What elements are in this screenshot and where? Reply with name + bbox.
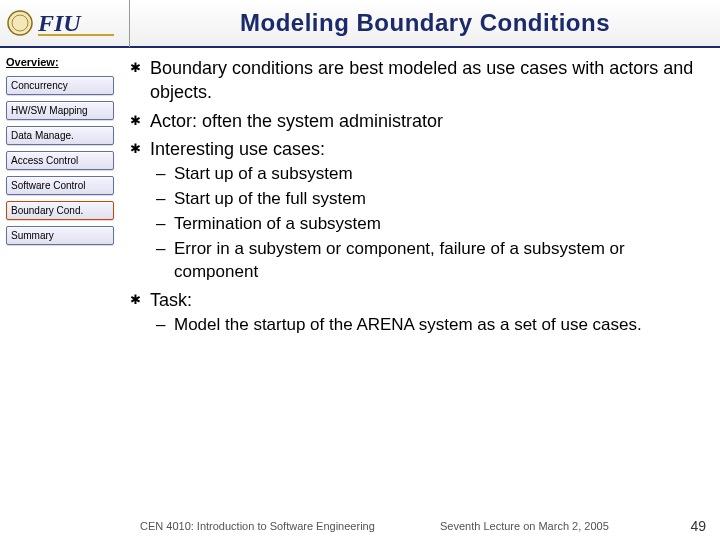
- bullet-item: Actor: often the system administrator: [128, 109, 700, 133]
- sidebar-item[interactable]: HW/SW Mapping: [6, 101, 114, 120]
- svg-text:FIU: FIU: [37, 10, 82, 36]
- sub-item: Start up of the full system: [150, 188, 700, 211]
- university-seal-icon: [6, 9, 34, 37]
- page-title: Modeling Boundary Conditions: [130, 9, 720, 37]
- sidebar-item[interactable]: Access Control: [6, 151, 114, 170]
- slide-header: FIU Modeling Boundary Conditions: [0, 0, 720, 48]
- sidebar-item[interactable]: Software Control: [6, 176, 114, 195]
- sidebar-heading: Overview:: [6, 56, 114, 68]
- slide-number: 49: [690, 518, 706, 534]
- fiu-logo-icon: FIU: [34, 7, 124, 39]
- sub-item: Termination of a subsystem: [150, 213, 700, 236]
- sub-list: Start up of a subsystemStart up of the f…: [150, 163, 700, 284]
- sidebar-item[interactable]: Summary: [6, 226, 114, 245]
- sub-item: Error in a subystem or component, failur…: [150, 238, 700, 284]
- footer-lecture: Seventh Lecture on March 2, 2005: [440, 520, 609, 532]
- slide-footer: CEN 4010: Introduction to Software Engin…: [0, 518, 720, 534]
- logo-area: FIU: [0, 0, 130, 47]
- bullet-item: Boundary conditions are best modeled as …: [128, 56, 700, 105]
- bullet-item: Interesting use cases:Start up of a subs…: [128, 137, 700, 284]
- sidebar-item[interactable]: Boundary Cond.: [6, 201, 114, 220]
- sidebar-item[interactable]: Data Manage.: [6, 126, 114, 145]
- sub-list: Model the startup of the ARENA system as…: [150, 314, 700, 337]
- bullet-item: Task:Model the startup of the ARENA syst…: [128, 288, 700, 337]
- content-area: Boundary conditions are best modeled as …: [120, 48, 720, 520]
- sidebar-item[interactable]: Concurrency: [6, 76, 114, 95]
- footer-course: CEN 4010: Introduction to Software Engin…: [140, 520, 375, 532]
- sub-item: Model the startup of the ARENA system as…: [150, 314, 700, 337]
- bullet-list: Boundary conditions are best modeled as …: [128, 56, 700, 337]
- sub-item: Start up of a subsystem: [150, 163, 700, 186]
- sidebar-nav: ConcurrencyHW/SW MappingData Manage.Acce…: [6, 76, 114, 245]
- sidebar: Overview: ConcurrencyHW/SW MappingData M…: [0, 48, 120, 520]
- slide-body: Overview: ConcurrencyHW/SW MappingData M…: [0, 48, 720, 520]
